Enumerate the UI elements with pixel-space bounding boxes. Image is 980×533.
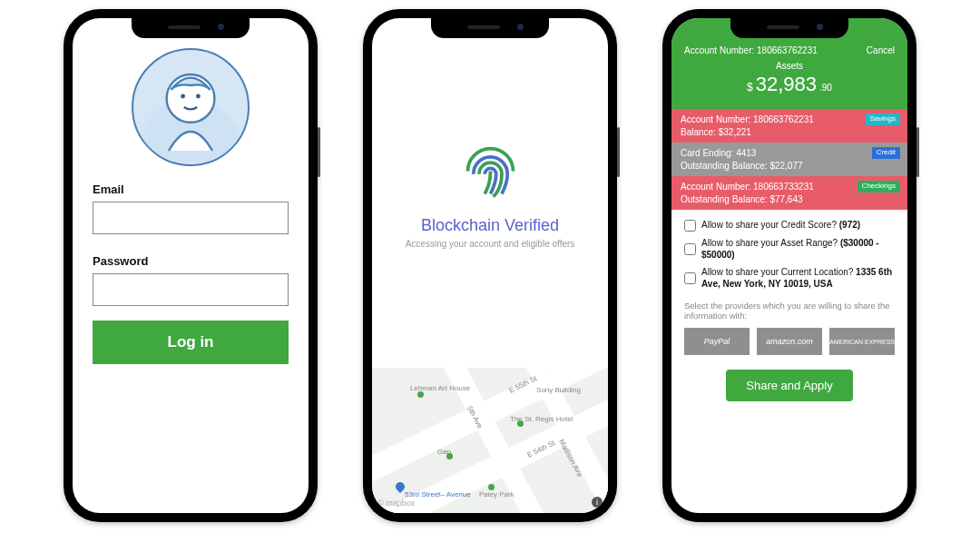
login-button[interactable]: Log in — [93, 321, 289, 364]
perm-credit-score-checkbox[interactable] — [684, 220, 696, 232]
svg-point-3 — [196, 94, 201, 99]
account-number: Account Number: 180663762231 — [684, 45, 818, 55]
badge-savings: Savings — [866, 114, 900, 125]
notch — [730, 18, 848, 38]
yeti-icon — [136, 53, 245, 162]
fingerprint-icon — [456, 137, 524, 205]
perm-asset-range[interactable]: Allow to share your Asset Range? ($30000… — [684, 237, 895, 261]
verified-subtitle: Accessing your account and eligible offe… — [406, 239, 575, 249]
badge-checkings: Checkings — [858, 181, 900, 192]
password-field[interactable] — [93, 273, 289, 306]
email-field[interactable] — [93, 202, 289, 234]
phone-assets: Account Number: 180663762231 Cancel Asse… — [662, 9, 916, 522]
poi-icon — [417, 391, 424, 398]
login-screen: Email Password Log in — [73, 18, 309, 513]
poi-icon — [446, 453, 453, 459]
verified-title: Blockchain Verified — [421, 216, 559, 235]
poi-icon — [517, 420, 524, 427]
perm-asset-range-checkbox[interactable] — [684, 238, 696, 261]
verified-screen: Blockchain Verified Accessing your accou… — [372, 18, 608, 513]
provider-paypal[interactable]: PayPal — [684, 328, 750, 355]
svg-point-2 — [181, 94, 185, 99]
assets-value: $ 32,983 .90 — [684, 73, 895, 96]
account-row-savings[interactable]: Account Number: 180663762231 Balance: $3… — [671, 109, 907, 143]
perm-location-checkbox[interactable] — [684, 267, 696, 290]
account-row-checkings[interactable]: Account Number: 180663733231 Outstanding… — [671, 176, 907, 210]
account-row-credit[interactable]: Card Ending: 4413 Outstanding Balance: $… — [671, 143, 907, 176]
map-info-icon[interactable]: i — [592, 497, 603, 508]
permissions: Allow to share your Credit Score? (972) … — [671, 210, 907, 301]
map-label-sony: Sony Building — [536, 386, 581, 394]
perm-location[interactable]: Allow to share your Current Location? 13… — [684, 266, 895, 290]
poi-icon — [488, 484, 495, 490]
password-label: Password — [93, 254, 289, 268]
share-apply-button[interactable]: Share and Apply — [726, 370, 852, 401]
phone-login: Email Password Log in — [64, 9, 318, 522]
notch — [132, 18, 250, 38]
map[interactable]: Lehman Art House Sony Building The St. R… — [372, 368, 608, 513]
email-label: Email — [93, 183, 289, 196]
provider-amex[interactable]: AMERICAN EXPRESS — [829, 328, 895, 355]
map-label-station: 53rd Street– Avenue — [405, 490, 471, 498]
provider-amazon[interactable]: amazon.com — [757, 328, 822, 355]
perm-credit-score[interactable]: Allow to share your Credit Score? (972) — [684, 219, 895, 232]
provider-buttons: PayPal amazon.com AMERICAN EXPRESS — [671, 328, 907, 370]
phone-verified: Blockchain Verified Accessing your accou… — [363, 9, 617, 522]
provider-note: Select the providers which you are willi… — [671, 301, 907, 328]
badge-credit: Credit — [872, 147, 900, 159]
notch — [431, 18, 549, 38]
avatar — [132, 48, 250, 166]
map-label-paley: Paley Park — [479, 490, 514, 498]
assets-screen: Account Number: 180663762231 Cancel Asse… — [671, 18, 907, 513]
cancel-button[interactable]: Cancel — [867, 45, 895, 55]
assets-label: Assets — [684, 61, 895, 71]
map-attribution: © mapbox — [377, 498, 415, 508]
